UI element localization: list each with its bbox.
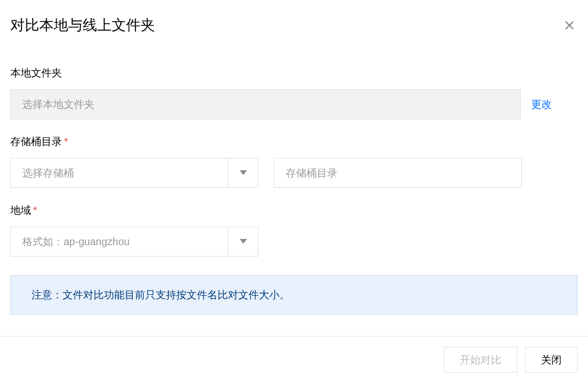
change-folder-link[interactable]: 更改 [531, 98, 552, 111]
required-asterisk: * [64, 136, 68, 147]
bucket-dir-input[interactable] [274, 158, 522, 188]
dialog-footer: 开始对比 关闭 [0, 336, 588, 383]
local-folder-label-text: 本地文件夹 [10, 67, 62, 78]
required-asterisk: * [33, 204, 37, 216]
bucket-select-text: 选择存储桶 [11, 158, 228, 187]
region-group: 地域* 格式如：ap-guangzhou [10, 203, 578, 257]
region-label: 地域* [10, 203, 578, 217]
close-icon[interactable] [561, 17, 578, 34]
chevron-down-icon [228, 158, 258, 187]
svg-marker-2 [240, 170, 247, 175]
close-button[interactable]: 关闭 [525, 347, 578, 373]
svg-marker-3 [240, 239, 247, 244]
bucket-dir-group: 存储桶目录* 选择存储桶 [10, 135, 578, 188]
bucket-dir-label: 存储桶目录* [10, 135, 578, 149]
bucket-dir-row: 选择存储桶 [10, 158, 578, 188]
dialog-title: 对比本地与线上文件夹 [10, 15, 155, 35]
local-folder-group: 本地文件夹 更改 [10, 66, 578, 119]
region-label-text: 地域 [10, 204, 31, 216]
dialog-container: 对比本地与线上文件夹 本地文件夹 更改 存储桶目录* 选择存储桶 [0, 0, 588, 315]
bucket-dir-label-text: 存储桶目录 [10, 136, 62, 147]
local-folder-input[interactable] [10, 89, 521, 119]
start-compare-button[interactable]: 开始对比 [444, 347, 517, 373]
dialog-header: 对比本地与线上文件夹 [10, 15, 578, 35]
chevron-down-icon [228, 227, 258, 256]
notice-text: 注意：文件对比功能目前只支持按文件名比对文件大小。 [32, 289, 290, 300]
notice-box: 注意：文件对比功能目前只支持按文件名比对文件大小。 [10, 275, 578, 315]
bucket-select[interactable]: 选择存储桶 [10, 158, 258, 188]
local-folder-label: 本地文件夹 [10, 66, 578, 80]
region-select-text: 格式如：ap-guangzhou [11, 227, 228, 256]
region-select[interactable]: 格式如：ap-guangzhou [10, 227, 258, 257]
local-folder-row: 更改 [10, 89, 578, 119]
